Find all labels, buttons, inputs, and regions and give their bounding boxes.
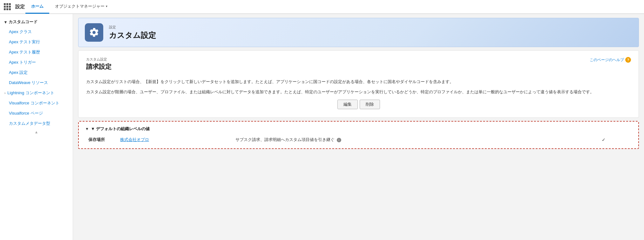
- sidebar-item-visualforce-page[interactable]: Visualforce ページ: [0, 108, 73, 118]
- card-section-label: カスタム設定: [86, 57, 112, 62]
- location-link[interactable]: 株式会社オプロ: [120, 137, 149, 142]
- sidebar-item-custom-metadata[interactable]: カスタムメタデータ型: [0, 118, 73, 129]
- sidebar-item-apex-test-run[interactable]: Apex テスト実行: [0, 37, 73, 47]
- sidebar-item-apex-class[interactable]: Apex クラス: [0, 27, 73, 37]
- triangle-icon: ▼: [85, 127, 89, 131]
- sidebar-item-visualforce-component[interactable]: Visualforce コンポーネント: [0, 98, 73, 108]
- grid-icon[interactable]: [4, 3, 11, 10]
- subscription-desc-cell: サブスク請求、請求明細へカスタム項目値を引き継ぐ i: [232, 136, 599, 144]
- default-org-section: ▼ ▼ デフォルトの組織レベルの値 保存場所 株式会社オプロ サブスク請求、請求…: [78, 121, 639, 149]
- gear-icon: [89, 27, 99, 38]
- chevron-down-icon: ▾: [4, 20, 7, 25]
- sidebar-item-apex-trigger[interactable]: Apex トリガー: [0, 57, 73, 67]
- location-label: 保存場所: [85, 136, 117, 144]
- delete-button[interactable]: 削除: [360, 100, 380, 109]
- sidebar: ▾ カスタムコード Apex クラス Apex テスト実行 Apex テスト履歴…: [0, 14, 73, 240]
- sidebar-item-apex-settings[interactable]: Apex 設定: [0, 67, 73, 78]
- nav-tab-object-manager[interactable]: オブジェクトマネージャー ▾: [49, 0, 113, 14]
- page-header-text: 設定 カスタム設定: [109, 25, 156, 40]
- checkmark-cell: ✓: [599, 136, 632, 144]
- edit-button[interactable]: 編集: [337, 100, 358, 109]
- nav-tab-home[interactable]: ホーム: [25, 0, 49, 14]
- chevron-right-icon: ›: [4, 91, 5, 95]
- card-top: カスタム設定 請求設定 このページのヘルプ ?: [86, 57, 631, 75]
- table-row: 保存場所 株式会社オプロ サブスク請求、請求明細へカスタム項目値を引き継ぐ i …: [85, 136, 632, 144]
- sidebar-item-lightning-component[interactable]: › Lightning コンポーネント: [0, 88, 73, 98]
- sidebar-section-header[interactable]: ▾ カスタムコード: [0, 17, 73, 27]
- scroll-indicator: ▲: [0, 129, 73, 136]
- button-row: 編集 削除: [86, 100, 631, 109]
- card-description-2: カスタム設定が階層の場合、ユーザー、プロファイル、または組織レベルに対してデータ…: [86, 89, 631, 95]
- sidebar-item-apex-test-history[interactable]: Apex テスト履歴: [0, 47, 73, 57]
- info-icon[interactable]: i: [337, 138, 341, 142]
- page-header-card: 設定 カスタム設定: [78, 18, 639, 47]
- card-description-1: カスタム設定がリストの場合、【新規】をクリックして新しいデータセットを追加します…: [86, 79, 631, 85]
- sidebar-item-dataweave[interactable]: DataWeave リソース: [0, 78, 73, 88]
- location-link-cell: 株式会社オプロ: [117, 136, 232, 144]
- content-card: カスタム設定 請求設定 このページのヘルプ ? カスタム設定がリストの場合、【新…: [78, 50, 639, 118]
- card-header-left: カスタム設定 請求設定: [86, 57, 112, 75]
- help-icon: ?: [625, 57, 631, 63]
- top-nav: 設定 ホーム オブジェクトマネージャー ▾: [0, 0, 644, 14]
- checkmark-icon: ✓: [602, 137, 606, 142]
- content-area: 設定 カスタム設定 カスタム設定 請求設定 このページのヘルプ ? カスタム設定…: [73, 14, 644, 240]
- page-header-subtitle: 設定: [109, 25, 156, 30]
- settings-icon-container: [85, 23, 103, 42]
- default-org-table: 保存場所 株式会社オプロ サブスク請求、請求明細へカスタム項目値を引き継ぐ i …: [85, 136, 632, 144]
- chevron-down-icon: ▾: [106, 4, 107, 8]
- page-header-title: カスタム設定: [109, 30, 156, 40]
- default-org-header: ▼ ▼ デフォルトの組織レベルの値: [85, 126, 632, 132]
- app-title: 設定: [15, 4, 25, 10]
- help-link[interactable]: このページのヘルプ ?: [590, 57, 631, 63]
- card-section-title: 請求設定: [86, 62, 112, 71]
- main-layout: ▾ カスタムコード Apex クラス Apex テスト実行 Apex テスト履歴…: [0, 14, 644, 240]
